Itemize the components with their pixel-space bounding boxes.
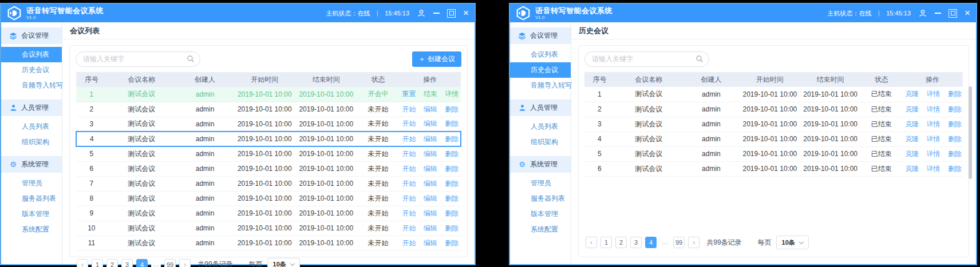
- page-size-select[interactable]: 10条: [776, 236, 809, 249]
- sidebar-item[interactable]: 音频导入转写: [510, 78, 571, 93]
- row-action-1[interactable]: 克隆: [905, 135, 919, 143]
- row-action-2[interactable]: 详情: [927, 135, 941, 143]
- page-button[interactable]: 3: [630, 237, 642, 248]
- table-row[interactable]: 1 测试会议 admin 2019-10-01 10:00 2019-10-01…: [76, 87, 461, 102]
- table-row[interactable]: 11 测试会议 admin 2019-10-01 10:00 2019-10-0…: [76, 236, 461, 250]
- user-icon[interactable]: [417, 8, 426, 18]
- sidebar-group-meeting[interactable]: 会议管理: [1, 27, 62, 44]
- row-action-3[interactable]: 删除: [445, 224, 459, 232]
- row-action-3[interactable]: 删除: [948, 120, 962, 128]
- row-action-2[interactable]: 详情: [927, 105, 941, 113]
- row-action-2[interactable]: 编辑: [424, 150, 437, 158]
- table-row[interactable]: 4 测试会议 admin 2019-10-01 10:00 2019-10-01…: [76, 131, 461, 146]
- minimize-button[interactable]: [935, 8, 941, 18]
- create-meeting-button[interactable]: ＋ 创建会议: [412, 51, 461, 67]
- close-button[interactable]: ×: [463, 8, 469, 18]
- row-action-1[interactable]: 克隆: [905, 120, 919, 128]
- row-action-3[interactable]: 删除: [445, 194, 459, 202]
- table-row[interactable]: 2 测试会议 admin 2019-10-01 10:00 2019-10-01…: [76, 102, 461, 117]
- table-row[interactable]: 5 测试会议 admin 2019-10-01 10:00 2019-10-01…: [584, 146, 963, 161]
- row-action-1[interactable]: 开始: [402, 135, 416, 143]
- row-action-2[interactable]: 编辑: [424, 194, 437, 202]
- sidebar-item[interactable]: 人员列表: [510, 119, 571, 134]
- sidebar-item[interactable]: 版本管理: [1, 206, 62, 222]
- row-action-3[interactable]: 删除: [948, 135, 962, 143]
- page-button[interactable]: 99: [164, 259, 176, 267]
- search-icon[interactable]: [696, 55, 704, 63]
- table-row[interactable]: 3 测试会议 admin 2019-10-01 10:00 2019-10-01…: [76, 117, 461, 131]
- row-action-1[interactable]: 克隆: [905, 90, 919, 98]
- page-button[interactable]: ‹: [586, 237, 597, 248]
- row-action-2[interactable]: 结束: [424, 90, 437, 98]
- table-row[interactable]: 5 测试会议 admin 2019-10-01 10:00 2019-10-01…: [76, 146, 461, 161]
- row-action-3[interactable]: 删除: [445, 119, 459, 127]
- table-row[interactable]: 9 测试会议 admin 2019-10-01 10:00 2019-10-01…: [76, 206, 461, 221]
- row-action-1[interactable]: 克隆: [905, 105, 919, 113]
- row-action-2[interactable]: 编辑: [424, 119, 437, 127]
- sidebar-item[interactable]: 版本管理: [510, 206, 571, 222]
- page-button[interactable]: 4: [136, 259, 148, 267]
- row-action-3[interactable]: 删除: [445, 239, 459, 247]
- row-action-3[interactable]: 删除: [948, 150, 962, 158]
- row-action-2[interactable]: 详情: [927, 120, 941, 128]
- row-action-1[interactable]: 开始: [402, 209, 416, 217]
- row-action-3[interactable]: 详情: [445, 90, 459, 98]
- row-action-3[interactable]: 删除: [948, 90, 962, 98]
- sidebar-group-people[interactable]: 人员管理: [510, 99, 571, 116]
- table-row[interactable]: 6 测试会议 admin 2019-10-01 10:00 2019-10-01…: [584, 161, 963, 176]
- page-button[interactable]: 1: [600, 237, 612, 248]
- row-action-1[interactable]: 开始: [402, 224, 416, 232]
- search-input[interactable]: [76, 51, 200, 67]
- page-button[interactable]: ›: [179, 259, 191, 267]
- sidebar-item[interactable]: 组织架构: [1, 134, 62, 150]
- row-action-3[interactable]: 删除: [445, 165, 459, 173]
- row-action-3[interactable]: 删除: [445, 209, 459, 217]
- row-action-3[interactable]: 删除: [948, 165, 962, 173]
- page-size-select[interactable]: 10条: [267, 258, 300, 267]
- row-action-3[interactable]: 删除: [445, 105, 459, 113]
- sidebar-item[interactable]: 会议列表: [510, 47, 571, 62]
- sidebar-item[interactable]: 人员列表: [1, 119, 62, 134]
- table-row[interactable]: 2 测试会议 admin 2019-10-01 10:00 2019-10-01…: [584, 102, 963, 117]
- row-action-2[interactable]: 编辑: [424, 224, 437, 232]
- table-row[interactable]: 4 测试会议 admin 2019-10-01 10:00 2019-10-01…: [584, 131, 963, 146]
- table-row[interactable]: 7 测试会议 admin 2019-10-01 10:00 2019-10-01…: [76, 176, 461, 191]
- sidebar-group-meeting[interactable]: 会议管理: [510, 27, 571, 44]
- sidebar-item[interactable]: 系统配置: [510, 222, 571, 237]
- row-action-1[interactable]: 开始: [402, 165, 416, 173]
- sidebar-group-people[interactable]: 人员管理: [1, 99, 62, 116]
- table-row[interactable]: 10 测试会议 admin 2019-10-01 10:00 2019-10-0…: [76, 221, 461, 236]
- page-button[interactable]: 99: [673, 237, 685, 248]
- page-button[interactable]: 1: [92, 259, 103, 267]
- page-button[interactable]: 2: [615, 237, 627, 248]
- sidebar-item[interactable]: 历史会议: [1, 62, 62, 78]
- maximize-button[interactable]: [949, 8, 957, 18]
- search-icon[interactable]: [187, 55, 195, 63]
- user-icon[interactable]: [918, 8, 927, 18]
- table-row[interactable]: 3 测试会议 admin 2019-10-01 10:00 2019-10-01…: [584, 117, 963, 131]
- row-action-2[interactable]: 编辑: [424, 165, 437, 173]
- sidebar-item[interactable]: 历史会议: [510, 62, 571, 78]
- maximize-button[interactable]: [447, 8, 456, 18]
- row-action-3[interactable]: 删除: [445, 135, 459, 143]
- row-action-1[interactable]: 克隆: [905, 150, 919, 158]
- row-action-3[interactable]: 删除: [445, 180, 459, 188]
- row-action-1[interactable]: 克隆: [905, 165, 919, 173]
- sidebar-group-system[interactable]: ⚙ 系统管理: [1, 156, 62, 173]
- scrollbar[interactable]: [969, 86, 972, 179]
- sidebar-item[interactable]: 音频导入转写: [1, 78, 62, 93]
- sidebar-item[interactable]: 系统配置: [1, 222, 62, 237]
- row-action-1[interactable]: 开始: [402, 119, 416, 127]
- row-action-2[interactable]: 编辑: [424, 239, 437, 247]
- row-action-2[interactable]: 编辑: [424, 135, 437, 143]
- row-action-2[interactable]: 详情: [927, 165, 941, 173]
- sidebar-item[interactable]: 服务器列表: [1, 191, 62, 206]
- row-action-2[interactable]: 详情: [927, 150, 941, 158]
- row-action-1[interactable]: 开始: [402, 105, 416, 113]
- sidebar-item[interactable]: 管理员: [1, 176, 62, 191]
- sidebar-item[interactable]: 服务器列表: [510, 191, 571, 206]
- row-action-2[interactable]: 详情: [927, 90, 941, 98]
- page-button[interactable]: 2: [106, 259, 118, 267]
- row-action-1[interactable]: 重置: [402, 90, 416, 98]
- sidebar-item[interactable]: 管理员: [510, 176, 571, 191]
